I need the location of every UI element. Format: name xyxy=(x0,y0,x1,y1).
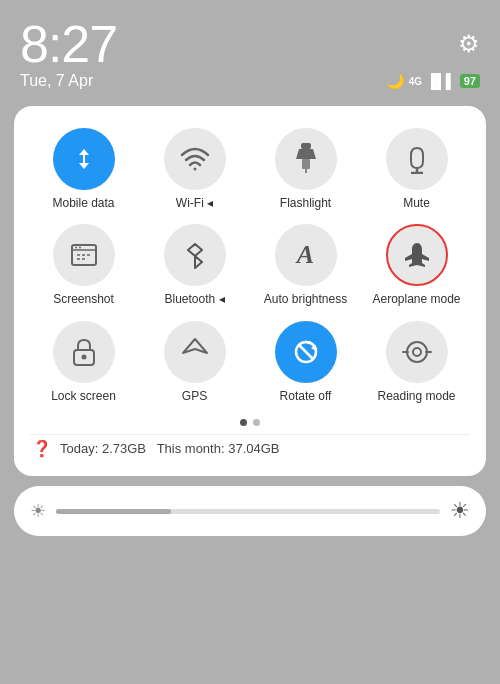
svg-point-12 xyxy=(79,247,81,249)
time-display: 8:27 xyxy=(20,18,117,70)
tile-lock-screen-label: Lock screen xyxy=(51,389,116,403)
svg-line-17 xyxy=(299,345,313,359)
svg-point-18 xyxy=(407,342,427,362)
tile-aeroplane-label: Aeroplane mode xyxy=(372,292,460,306)
brightness-high-icon: ☀ xyxy=(450,498,470,524)
moon-icon: 🌙 xyxy=(386,72,405,90)
data-usage-text: Today: 2.73GB This month: 37.04GB xyxy=(60,441,280,456)
svg-point-11 xyxy=(75,247,77,249)
date-display: Tue, 7 Apr xyxy=(20,72,93,90)
signal-bars-icon: ▐▌▌ xyxy=(426,73,456,89)
brightness-low-icon: ☀ xyxy=(30,500,46,522)
gear-icon[interactable]: ⚙ xyxy=(458,30,480,58)
status-bar: 8:27 ⚙ Tue, 7 Apr 🌙 4G ▐▌▌ 97 xyxy=(0,0,500,98)
battery-badge: 97 xyxy=(460,74,480,88)
data-usage-icon: ❓ xyxy=(32,439,52,458)
tile-mute[interactable]: Mute xyxy=(363,124,470,214)
tile-bluetooth[interactable]: Bluetooth ◂ xyxy=(141,220,248,310)
tile-mobile-data[interactable]: Mobile data xyxy=(30,124,137,214)
tile-flashlight-label: Flashlight xyxy=(280,196,331,210)
tile-auto-brightness[interactable]: A Auto brightness xyxy=(252,220,359,310)
signal-4g-icon: 4G xyxy=(409,76,422,87)
status-icons: 🌙 4G ▐▌▌ 97 xyxy=(386,72,480,90)
pagination-dots xyxy=(30,419,470,426)
tile-lock-screen[interactable]: Lock screen xyxy=(30,317,137,407)
brightness-bar-container: ☀ ☀ xyxy=(14,486,486,536)
tile-screenshot[interactable]: Screenshot xyxy=(30,220,137,310)
tile-reading-mode-label: Reading mode xyxy=(377,389,455,403)
svg-rect-3 xyxy=(302,159,310,169)
tile-aeroplane[interactable]: Aeroplane mode xyxy=(363,220,470,310)
tile-mobile-data-label: Mobile data xyxy=(52,196,114,210)
tile-auto-brightness-label: Auto brightness xyxy=(264,292,347,306)
dot-2[interactable] xyxy=(253,419,260,426)
tile-wifi-label: Wi-Fi ◂ xyxy=(176,196,213,210)
tile-gps[interactable]: GPS xyxy=(141,317,248,407)
svg-point-19 xyxy=(413,348,421,356)
svg-marker-2 xyxy=(296,149,316,159)
quick-panel: Mobile data Wi-Fi ◂ xyxy=(14,106,486,476)
dot-1[interactable] xyxy=(240,419,247,426)
tile-bluetooth-label: Bluetooth ◂ xyxy=(164,292,224,306)
svg-rect-1 xyxy=(301,143,311,149)
tile-reading-mode[interactable]: Reading mode xyxy=(363,317,470,407)
tile-flashlight[interactable]: Flashlight xyxy=(252,124,359,214)
tiles-grid: Mobile data Wi-Fi ◂ xyxy=(30,124,470,407)
data-usage-row: ❓ Today: 2.73GB This month: 37.04GB xyxy=(30,434,470,462)
tile-mute-label: Mute xyxy=(403,196,430,210)
svg-point-0 xyxy=(193,168,196,171)
tile-wifi[interactable]: Wi-Fi ◂ xyxy=(141,124,248,214)
tile-rotate-off[interactable]: Rotate off xyxy=(252,317,359,407)
svg-point-14 xyxy=(81,354,86,359)
brightness-slider[interactable] xyxy=(56,509,440,514)
tile-screenshot-label: Screenshot xyxy=(53,292,114,306)
tile-rotate-off-label: Rotate off xyxy=(280,389,332,403)
tile-gps-label: GPS xyxy=(182,389,207,403)
